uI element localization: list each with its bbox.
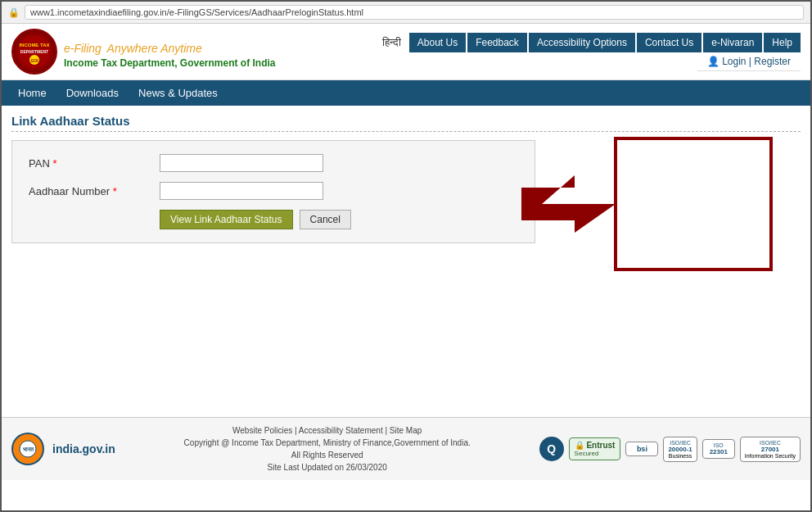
user-icon: 👤 — [707, 56, 720, 67]
copyright-line1: Copyright @ Income Tax Department, Minis… — [124, 437, 531, 449]
feedback-btn[interactable]: Feedback — [467, 33, 527, 52]
hindi-link[interactable]: हिन्दी — [382, 36, 401, 49]
aadhaar-input[interactable] — [160, 182, 323, 200]
pan-row: PAN * — [29, 154, 518, 172]
aadhaar-row: Aadhaar Number * — [29, 182, 518, 200]
bsi-badge: bsi — [625, 442, 658, 456]
main-nav: Home Downloads News & Updates — [2, 80, 810, 106]
url-bar[interactable]: www1.incometaxindiaefiling.gov.in/e-Fili… — [25, 5, 804, 20]
content-area: Link Aadhaar Status PAN * Aadhaar Number… — [2, 106, 810, 417]
cancel-btn[interactable]: Cancel — [300, 210, 351, 229]
header-right: हिन्दी About Us Feedback Accessibility O… — [382, 33, 801, 71]
accessibility-btn[interactable]: Accessibility Options — [529, 33, 635, 52]
logo-area: INCOME TAX DEPARTMENT GOI e-Filing Anywh… — [11, 29, 382, 75]
nav-downloads[interactable]: Downloads — [56, 80, 129, 106]
copyright-line2: All Rights Reserved — [124, 449, 531, 461]
view-link-aadhaar-btn[interactable]: View Link Aadhaar Status — [160, 210, 293, 229]
india-gov-link[interactable]: india.gov.in — [52, 442, 115, 455]
efiling-tagline: Anywhere Anytime — [107, 42, 202, 55]
iso-22301-badge: ISO 22301 — [702, 439, 735, 459]
about-us-btn[interactable]: About Us — [409, 33, 466, 52]
efiling-branding: e-Filing Anywhere Anytime Income Tax Dep… — [64, 34, 276, 69]
entrust-badge: 🔒 Entrust Secured — [569, 437, 621, 460]
enivaran-btn[interactable]: e-Nivaran — [703, 33, 762, 52]
help-btn[interactable]: Help — [764, 33, 801, 52]
logo-icon: INCOME TAX DEPARTMENT GOI — [11, 29, 57, 75]
india-gov-logo: भारत — [11, 433, 44, 465]
quality-badge: Q — [539, 437, 564, 461]
footer-links: Website Policies | Accessibility Stateme… — [124, 424, 531, 437]
svg-text:INCOME TAX: INCOME TAX — [19, 43, 49, 48]
svg-text:भारत: भारत — [23, 446, 34, 452]
footer-badges: Q 🔒 Entrust Secured bsi ISO/IEC 20000-1 … — [539, 437, 801, 462]
website-policies-link[interactable]: Website Policies — [232, 426, 292, 435]
top-header: INCOME TAX DEPARTMENT GOI e-Filing Anywh… — [2, 24, 810, 80]
svg-text:GOI: GOI — [30, 58, 38, 63]
browser-bar: 🔒 www1.incometaxindiaefiling.gov.in/e-Fi… — [2, 2, 810, 24]
accessibility-statement-link[interactable]: Accessibility Statement — [299, 426, 383, 435]
sitemap-link[interactable]: Site Map — [390, 426, 422, 435]
last-updated: Site Last Updated on 26/03/2020 — [124, 461, 531, 473]
footer: भारत india.gov.in Website Policies | Acc… — [2, 417, 810, 480]
pan-required: * — [52, 157, 56, 170]
login-area: 👤 Login | Register — [697, 52, 801, 71]
footer-center: Website Policies | Accessibility Stateme… — [124, 424, 531, 473]
link-aadhaar-form: PAN * Aadhaar Number * View Link Aadhaar… — [11, 140, 535, 243]
contact-us-btn[interactable]: Contact Us — [637, 33, 701, 52]
iso-27001-badge: ISO/IEC 27001 Information Security — [740, 437, 801, 462]
svg-marker-7 — [521, 175, 616, 233]
nav-home[interactable]: Home — [8, 80, 56, 106]
lock-icon: 🔒 — [8, 7, 20, 18]
aadhaar-label: Aadhaar Number * — [29, 185, 160, 197]
login-register-link[interactable]: Login | Register — [722, 56, 791, 67]
pan-input[interactable] — [160, 154, 323, 172]
pan-label: PAN * — [29, 157, 160, 170]
top-nav: हिन्दी About Us Feedback Accessibility O… — [382, 33, 801, 52]
efiling-title: e-Filing Anywhere Anytime — [64, 34, 276, 57]
nav-news-updates[interactable]: News & Updates — [129, 80, 228, 106]
arrow-annotation — [517, 130, 779, 310]
dept-name: Income Tax Department, Government of Ind… — [64, 57, 276, 69]
page-title: Link Aadhaar Status — [11, 114, 801, 132]
iso-20000-badge: ISO/IEC 20000-1 Business — [663, 437, 697, 462]
form-buttons: View Link Aadhaar Status Cancel — [160, 210, 518, 229]
svg-rect-6 — [616, 138, 771, 270]
svg-text:DEPARTMENT: DEPARTMENT — [20, 49, 48, 54]
aadhaar-required: * — [113, 185, 117, 197]
